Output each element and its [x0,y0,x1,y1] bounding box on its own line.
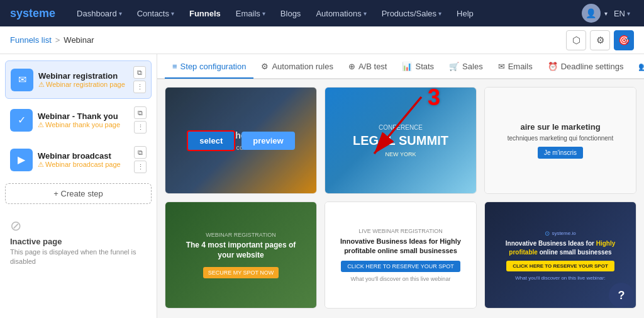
template-card-5[interactable]: LIVE WEBINAR REGISTRATION Innovative Bus… [325,202,477,309]
tab-ab-test[interactable]: ⊕ A/B test [341,55,395,79]
breadcrumb-current: Webinar [64,35,94,45]
help-button[interactable]: ? [609,283,634,308]
chevron-down-icon: ▾ [119,10,122,17]
inactive-desc: This page is displayed when the funnel i… [10,247,147,267]
nav-products-sales[interactable]: Products/Sales ▾ [375,5,448,22]
inactive-page: ⊘ Inactive page This page is displayed w… [5,212,152,273]
top-navigation: systeme Dashboard ▾ Contacts ▾ Funnels E… [0,0,644,26]
nav-help[interactable]: Help [450,5,480,22]
preview-template-button-1[interactable]: preview [242,132,294,150]
template-grid: Become the Youtuber they said you couldn… [157,79,644,318]
step-subtitle: ⚠ Webinar registration page [38,81,128,89]
email-icon: ✉ [498,62,505,71]
check-icon: ✓ [10,109,33,132]
template-card-1[interactable]: Become the Youtuber they said you couldn… [165,87,317,194]
preview-template-button-4[interactable]: preview [242,246,294,264]
main-layout: ✉ Webinar registration ⚠ Webinar registr… [0,54,644,318]
breadcrumb-separator: > [55,35,60,45]
tab-emails[interactable]: ✉ Emails [491,55,540,79]
step-copy-button[interactable]: ⧉ [133,66,146,79]
select-template-button-5[interactable]: select [347,245,395,266]
select-template-button-2[interactable]: select [347,130,395,151]
sidebar-step-broadcast[interactable]: ▶ Webinar broadcast ⚠ Webinar broadcast … [5,141,152,178]
content-area: ≡ Step configuration ⚙ Automation rules … [157,54,644,318]
step-subtitle: ⚠ Webinar thank you page [38,121,129,129]
step-delete-button[interactable]: ⋮ [134,121,147,133]
breadcrumb: Funnels list > Webinar [10,35,94,45]
sidebar: ✉ Webinar registration ⚠ Webinar registr… [0,54,157,318]
clock-icon: ⏰ [548,62,558,71]
nav-blogs[interactable]: Blogs [274,5,308,22]
step-info-thankyou: Webinar - Thank you ⚠ Webinar thank you … [38,111,129,129]
nav-automations[interactable]: Automations ▾ [309,5,372,22]
inactive-icon: ⊘ [10,218,147,234]
users-icon: 👥 [638,62,644,71]
chevron-down-icon: ▾ [262,10,265,17]
tab-automation-rules[interactable]: ⚙ Automation rules [253,55,341,79]
tab-step-configuration[interactable]: ≡ Step configuration [165,55,253,79]
sidebar-step-registration[interactable]: ✉ Webinar registration ⚠ Webinar registr… [5,60,152,99]
step-actions: ⧉ ⋮ [134,146,147,173]
step-title: Webinar registration [38,71,128,81]
breadcrumb-actions: ⬡ ⚙ 🎯 [566,30,634,50]
ab-test-icon: ⊕ [348,62,355,71]
preview-template-button-5[interactable]: preview [401,246,454,264]
stats-icon: 📊 [402,62,412,71]
template-card-2[interactable]: CONFERENCE LEGAL SUMMIT NEW YORK select … [325,87,477,194]
tab-leads[interactable]: 👥 Leads [631,55,644,79]
step-actions: ⧉ ⋮ [134,106,147,133]
list-icon: ≡ [172,62,177,71]
step-copy-button[interactable]: ⧉ [134,146,147,159]
step-info-registration: Webinar registration ⚠ Webinar registrat… [38,71,128,89]
select-template-button-1[interactable]: select [187,130,235,151]
user-avatar[interactable]: 👤 [582,4,601,23]
template-card-3[interactable]: aire sur le marketing techniques marketi… [484,87,636,194]
preview-template-button-3[interactable]: preview [561,132,614,150]
chevron-down-icon: ▾ [171,10,174,17]
tab-stats[interactable]: 📊 Stats [394,55,441,79]
tab-deadline-settings[interactable]: ⏰ Deadline settings [540,55,631,79]
inactive-title: Inactive page [10,237,147,246]
select-template-button-3[interactable]: select [506,130,555,151]
breadcrumb-bar: Funnels list > Webinar ⬡ ⚙ 🎯 [0,26,644,54]
language-selector[interactable]: EN ▾ [610,9,634,18]
step-copy-button[interactable]: ⧉ [134,106,147,119]
step-subtitle: ⚠ Webinar broadcast page [38,161,129,169]
preview-template-button-2[interactable]: preview [401,132,454,150]
chevron-down-icon: ▾ [438,10,441,17]
nav-contacts[interactable]: Contacts ▾ [131,5,180,22]
app-logo[interactable]: systeme [10,7,55,20]
step-actions: ⧉ ⋮ [133,66,146,93]
select-template-button-6[interactable]: select [506,245,555,266]
lang-chevron-icon: ▾ [627,10,630,17]
chevron-down-icon: ▾ [364,10,367,17]
step-delete-button[interactable]: ⋮ [134,161,147,173]
preview-template-button-6[interactable]: preview [561,246,614,264]
tab-bar: ≡ Step configuration ⚙ Automation rules … [157,54,644,79]
template-card-4[interactable]: WEBINAR REGISTRATION The 4 most importan… [165,202,317,309]
step-title: Webinar broadcast [38,151,129,161]
share-button[interactable]: ⬡ [566,30,586,50]
avatar-chevron-icon: ▾ [604,10,608,17]
select-template-button-4[interactable]: select [187,245,235,266]
mail-icon: ✉ [11,69,33,91]
sidebar-step-thankyou[interactable]: ✓ Webinar - Thank you ⚠ Webinar thank yo… [5,101,152,139]
breadcrumb-parent[interactable]: Funnels list [10,35,52,45]
step-info-broadcast: Webinar broadcast ⚠ Webinar broadcast pa… [38,151,129,169]
create-step-button[interactable]: + Create step [5,183,152,204]
video-icon: ▶ [10,149,33,171]
step-title: Webinar - Thank you [38,111,129,121]
sales-icon: 🛒 [449,62,459,71]
tab-sales[interactable]: 🛒 Sales [441,55,491,79]
settings-button[interactable]: ⚙ [590,30,610,50]
step-delete-button[interactable]: ⋮ [133,81,146,93]
nav-emails[interactable]: Emails ▾ [230,5,272,22]
nav-funnels[interactable]: Funnels [183,5,227,22]
stats-button[interactable]: 🎯 [614,30,634,50]
gear-icon: ⚙ [261,62,269,71]
nav-dashboard[interactable]: Dashboard ▾ [70,5,128,22]
template-overlay-1: select preview [165,88,316,193]
